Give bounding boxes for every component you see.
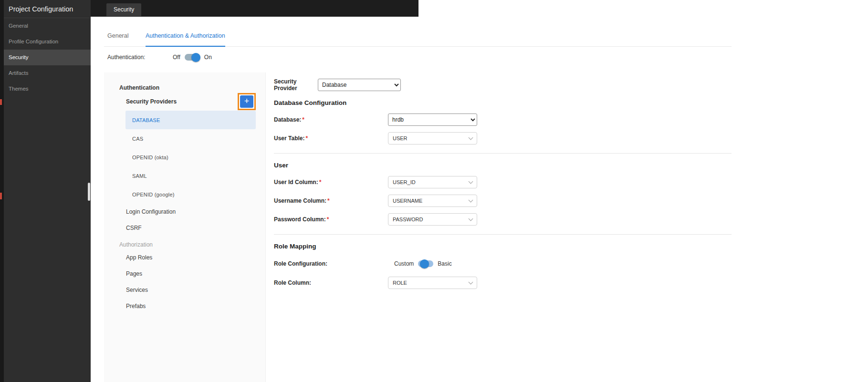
required-asterisk: * bbox=[327, 197, 330, 204]
security-provider-select[interactable]: Database bbox=[318, 79, 401, 91]
provider-item-cas[interactable]: CAS bbox=[125, 129, 256, 148]
security-nav: Authentication Security Providers + DATA… bbox=[104, 72, 266, 382]
user-id-column-combobox[interactable]: USER_ID bbox=[388, 176, 477, 188]
field-database: Database:* hrdb bbox=[274, 114, 737, 126]
authentication-label: Authentication: bbox=[107, 54, 173, 61]
toggle-on-label: On bbox=[204, 54, 212, 61]
toggle-knob-icon bbox=[420, 259, 429, 268]
role-mapping-heading: Role Mapping bbox=[274, 242, 737, 251]
sidebar-item-security[interactable]: Security bbox=[0, 50, 91, 65]
security-settings-panel: Authentication Security Providers + DATA… bbox=[104, 72, 737, 382]
sidebar-item-general[interactable]: General bbox=[0, 18, 91, 34]
topbar: Security bbox=[91, 0, 418, 17]
security-provider-row: Security Provider Database bbox=[274, 79, 737, 91]
authentication-section-heading: Authentication bbox=[119, 84, 265, 92]
user-id-column-label: User Id Column:* bbox=[274, 179, 388, 186]
section-divider bbox=[274, 234, 732, 235]
role-column-value: ROLE bbox=[393, 280, 407, 286]
authorization-section-heading: Authorization bbox=[119, 241, 265, 248]
security-provider-label: Security Provider bbox=[274, 78, 318, 92]
topbar-tab-security[interactable]: Security bbox=[106, 3, 141, 16]
error-marker bbox=[0, 193, 2, 199]
nav-item-csrf[interactable]: CSRF bbox=[104, 220, 265, 236]
security-providers-heading: Security Providers bbox=[126, 98, 177, 105]
database-label: Database:* bbox=[274, 116, 388, 123]
sidebar-item-profile-configuration[interactable]: Profile Configuration bbox=[0, 34, 91, 50]
nav-item-app-roles[interactable]: App Roles bbox=[104, 249, 265, 266]
left-edge-strip bbox=[0, 0, 4, 382]
nav-item-pages[interactable]: Pages bbox=[104, 266, 265, 282]
sidebar-item-artifacts[interactable]: Artifacts bbox=[0, 65, 91, 81]
sidebar-title: Project Configuration bbox=[0, 0, 91, 18]
chevron-down-icon bbox=[469, 135, 473, 140]
field-password-column: Password Column:* PASSWORD bbox=[274, 213, 737, 226]
plus-icon: + bbox=[244, 96, 250, 106]
field-username-column: Username Column:* USERNAME bbox=[274, 195, 737, 207]
section-divider bbox=[274, 153, 732, 154]
field-role-column: Role Column: ROLE bbox=[274, 277, 737, 289]
user-table-label: User Table:* bbox=[274, 135, 388, 142]
field-user-id-column: User Id Column:* USER_ID bbox=[274, 176, 737, 188]
username-column-combobox[interactable]: USERNAME bbox=[388, 195, 477, 207]
sidebar-scrollbar-thumb[interactable] bbox=[88, 183, 90, 201]
role-configuration-toggle[interactable] bbox=[418, 260, 433, 267]
role-column-label: Role Column: bbox=[274, 279, 388, 286]
provider-item-openid-google[interactable]: OPENID (google) bbox=[125, 185, 256, 204]
add-provider-button[interactable]: + bbox=[240, 95, 253, 108]
role-custom-label: Custom bbox=[394, 260, 414, 267]
username-column-label: Username Column:* bbox=[274, 197, 388, 204]
provider-form: Security Provider Database Database Conf… bbox=[266, 72, 737, 382]
database-select[interactable]: hrdb bbox=[388, 114, 477, 126]
password-column-combobox[interactable]: PASSWORD bbox=[388, 213, 477, 226]
required-asterisk: * bbox=[305, 135, 308, 142]
chevron-down-icon bbox=[469, 179, 473, 184]
field-role-configuration: Role Configuration: Custom Basic bbox=[274, 258, 737, 270]
tab-authentication-authorization[interactable]: Authentication & Authorization bbox=[146, 32, 225, 47]
database-configuration-heading: Database Configuration bbox=[274, 99, 737, 107]
nav-item-prefabs[interactable]: Prefabs bbox=[104, 298, 265, 314]
password-column-label: Password Column:* bbox=[274, 216, 388, 223]
sidebar-item-themes[interactable]: Themes bbox=[0, 81, 91, 97]
authentication-toggle-row: Authentication: Off On bbox=[107, 54, 212, 61]
nav-item-login-configuration[interactable]: Login Configuration bbox=[104, 204, 265, 220]
provider-item-database[interactable]: DATABASE bbox=[125, 111, 256, 129]
add-provider-highlight-box: + bbox=[238, 93, 256, 110]
chevron-down-icon bbox=[469, 197, 473, 202]
nav-item-services[interactable]: Services bbox=[104, 282, 265, 298]
provider-item-saml[interactable]: SAML bbox=[125, 166, 256, 185]
role-basic-label: Basic bbox=[438, 260, 451, 267]
project-config-sidebar: Project Configuration General Profile Co… bbox=[0, 0, 91, 382]
provider-item-openid-okta[interactable]: OPENID (okta) bbox=[125, 148, 256, 166]
user-table-combobox[interactable]: USER bbox=[388, 132, 477, 145]
chevron-down-icon bbox=[469, 216, 473, 221]
user-table-value: USER bbox=[393, 135, 408, 141]
app-window: Project Configuration General Profile Co… bbox=[0, 0, 868, 382]
main-content: General Authentication & Authorization A… bbox=[91, 17, 868, 382]
page-tabs: General Authentication & Authorization bbox=[104, 31, 732, 47]
tab-general[interactable]: General bbox=[107, 32, 128, 46]
field-user-table: User Table:* USER bbox=[274, 132, 737, 145]
username-column-value: USERNAME bbox=[393, 198, 422, 204]
role-column-combobox[interactable]: ROLE bbox=[388, 277, 477, 289]
security-providers-row: Security Providers + bbox=[126, 93, 256, 111]
required-asterisk: * bbox=[327, 216, 329, 223]
user-id-column-value: USER_ID bbox=[393, 179, 416, 185]
required-asterisk: * bbox=[319, 179, 322, 186]
required-asterisk: * bbox=[302, 116, 304, 123]
toggle-knob-icon bbox=[191, 53, 200, 62]
authentication-toggle[interactable] bbox=[185, 54, 200, 61]
chevron-down-icon bbox=[469, 279, 473, 284]
toggle-off-label: Off bbox=[173, 54, 180, 61]
role-configuration-label: Role Configuration: bbox=[274, 260, 388, 267]
error-marker bbox=[0, 99, 2, 105]
user-section-heading: User bbox=[274, 161, 737, 170]
password-column-value: PASSWORD bbox=[393, 217, 423, 222]
